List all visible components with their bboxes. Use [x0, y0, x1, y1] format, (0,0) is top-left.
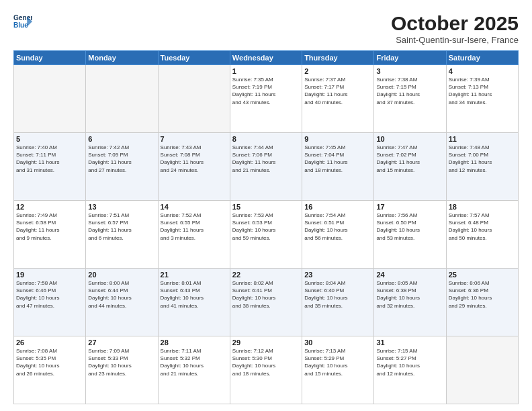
day-info: Sunrise: 8:02 AM Sunset: 6:41 PM Dayligh…	[232, 279, 300, 310]
day-info: Sunrise: 7:52 AM Sunset: 6:55 PM Dayligh…	[161, 212, 228, 242]
day-number: 11	[449, 135, 516, 143]
day-number: 12	[16, 203, 83, 211]
day-number: 17	[376, 203, 443, 211]
calendar-cell: 22Sunrise: 8:02 AM Sunset: 6:41 PM Dayli…	[230, 269, 302, 336]
day-info: Sunrise: 8:00 AM Sunset: 6:44 PM Dayligh…	[88, 279, 155, 310]
header-row: SundayMondayTuesdayWednesdayThursdayFrid…	[14, 51, 519, 65]
calendar-cell: 25Sunrise: 8:06 AM Sunset: 6:36 PM Dayli…	[446, 269, 518, 336]
calendar-cell: 4Sunrise: 7:39 AM Sunset: 7:13 PM Daylig…	[446, 65, 518, 133]
day-info: Sunrise: 7:44 AM Sunset: 7:06 PM Dayligh…	[232, 144, 300, 174]
day-number: 19	[16, 271, 83, 279]
col-header-wednesday: Wednesday	[230, 51, 302, 65]
calendar-cell: 3Sunrise: 7:38 AM Sunset: 7:15 PM Daylig…	[374, 65, 446, 133]
calendar-cell: 28Sunrise: 7:11 AM Sunset: 5:32 PM Dayli…	[158, 336, 230, 404]
day-number: 2	[304, 67, 371, 75]
day-info: Sunrise: 7:43 AM Sunset: 7:08 PM Dayligh…	[161, 144, 228, 174]
col-header-thursday: Thursday	[302, 51, 374, 65]
calendar-cell: 18Sunrise: 7:57 AM Sunset: 6:48 PM Dayli…	[446, 201, 518, 269]
calendar-cell: 16Sunrise: 7:54 AM Sunset: 6:51 PM Dayli…	[302, 201, 374, 269]
calendar-cell: 31Sunrise: 7:15 AM Sunset: 5:27 PM Dayli…	[374, 336, 446, 404]
calendar-cell: 11Sunrise: 7:48 AM Sunset: 7:00 PM Dayli…	[446, 133, 518, 201]
col-header-saturday: Saturday	[446, 51, 518, 65]
day-info: Sunrise: 7:53 AM Sunset: 6:53 PM Dayligh…	[232, 212, 300, 242]
day-info: Sunrise: 7:15 AM Sunset: 5:27 PM Dayligh…	[376, 347, 443, 377]
week-row-0: 1Sunrise: 7:35 AM Sunset: 7:19 PM Daylig…	[14, 65, 519, 133]
day-info: Sunrise: 7:11 AM Sunset: 5:32 PM Dayligh…	[161, 347, 228, 377]
day-info: Sunrise: 8:01 AM Sunset: 6:43 PM Dayligh…	[161, 279, 228, 310]
calendar-cell: 10Sunrise: 7:47 AM Sunset: 7:02 PM Dayli…	[374, 133, 446, 201]
col-header-friday: Friday	[374, 51, 446, 65]
day-info: Sunrise: 7:39 AM Sunset: 7:13 PM Dayligh…	[449, 76, 516, 106]
calendar-cell: 27Sunrise: 7:09 AM Sunset: 5:33 PM Dayli…	[86, 336, 158, 404]
day-number: 1	[232, 67, 300, 75]
col-header-sunday: Sunday	[14, 51, 86, 65]
calendar-cell: 6Sunrise: 7:42 AM Sunset: 7:09 PM Daylig…	[86, 133, 158, 201]
day-info: Sunrise: 7:57 AM Sunset: 6:48 PM Dayligh…	[449, 212, 516, 242]
day-number: 8	[232, 135, 300, 143]
col-header-monday: Monday	[86, 51, 158, 65]
calendar-cell: 17Sunrise: 7:56 AM Sunset: 6:50 PM Dayli…	[374, 201, 446, 269]
day-info: Sunrise: 7:54 AM Sunset: 6:51 PM Dayligh…	[304, 212, 371, 242]
calendar-cell: 1Sunrise: 7:35 AM Sunset: 7:19 PM Daylig…	[230, 65, 302, 133]
day-number: 29	[232, 338, 300, 347]
day-number: 7	[161, 135, 228, 143]
day-number: 24	[376, 271, 443, 279]
day-number: 22	[232, 271, 300, 279]
day-number: 23	[304, 271, 371, 279]
day-info: Sunrise: 7:58 AM Sunset: 6:46 PM Dayligh…	[16, 279, 83, 310]
calendar-cell: 12Sunrise: 7:49 AM Sunset: 6:58 PM Dayli…	[14, 201, 86, 269]
calendar-cell: 23Sunrise: 8:04 AM Sunset: 6:40 PM Dayli…	[302, 269, 374, 336]
svg-text:Blue: Blue	[13, 21, 28, 29]
week-row-1: 5Sunrise: 7:40 AM Sunset: 7:11 PM Daylig…	[14, 133, 519, 201]
day-number: 31	[376, 338, 443, 347]
day-number: 14	[161, 203, 228, 211]
day-number: 16	[304, 203, 371, 211]
calendar-cell: 13Sunrise: 7:51 AM Sunset: 6:57 PM Dayli…	[86, 201, 158, 269]
calendar-cell	[14, 65, 86, 133]
calendar-cell	[158, 65, 230, 133]
page: General Blue October 2025 Saint-Quentin-…	[0, 0, 532, 411]
day-number: 30	[304, 338, 371, 347]
day-info: Sunrise: 7:48 AM Sunset: 7:00 PM Dayligh…	[449, 144, 516, 174]
calendar-cell: 24Sunrise: 8:05 AM Sunset: 6:38 PM Dayli…	[374, 269, 446, 336]
day-info: Sunrise: 7:08 AM Sunset: 5:35 PM Dayligh…	[16, 347, 83, 377]
day-info: Sunrise: 7:56 AM Sunset: 6:50 PM Dayligh…	[376, 212, 443, 242]
day-number: 20	[88, 271, 155, 279]
day-number: 6	[88, 135, 155, 143]
header: General Blue October 2025 Saint-Quentin-…	[13, 12, 519, 45]
day-number: 3	[376, 67, 443, 75]
calendar-cell: 29Sunrise: 7:12 AM Sunset: 5:30 PM Dayli…	[230, 336, 302, 404]
day-number: 13	[88, 203, 155, 211]
calendar-cell: 20Sunrise: 8:00 AM Sunset: 6:44 PM Dayli…	[86, 269, 158, 336]
calendar-cell: 30Sunrise: 7:13 AM Sunset: 5:29 PM Dayli…	[302, 336, 374, 404]
day-number: 10	[376, 135, 443, 143]
day-number: 18	[449, 203, 516, 211]
day-number: 25	[449, 271, 516, 279]
calendar-cell: 2Sunrise: 7:37 AM Sunset: 7:17 PM Daylig…	[302, 65, 374, 133]
month-title: October 2025	[391, 12, 519, 35]
title-block: October 2025 Saint-Quentin-sur-Isere, Fr…	[391, 12, 519, 45]
day-info: Sunrise: 7:49 AM Sunset: 6:58 PM Dayligh…	[16, 212, 83, 242]
day-info: Sunrise: 7:40 AM Sunset: 7:11 PM Dayligh…	[16, 144, 83, 174]
calendar-cell: 26Sunrise: 7:08 AM Sunset: 5:35 PM Dayli…	[14, 336, 86, 404]
calendar-cell: 14Sunrise: 7:52 AM Sunset: 6:55 PM Dayli…	[158, 201, 230, 269]
day-info: Sunrise: 7:12 AM Sunset: 5:30 PM Dayligh…	[232, 347, 300, 377]
day-info: Sunrise: 8:05 AM Sunset: 6:38 PM Dayligh…	[376, 279, 443, 310]
day-number: 5	[16, 135, 83, 143]
day-info: Sunrise: 8:06 AM Sunset: 6:36 PM Dayligh…	[449, 279, 516, 310]
logo: General Blue	[13, 12, 32, 31]
calendar-cell	[86, 65, 158, 133]
day-number: 21	[161, 271, 228, 279]
calendar-cell	[446, 336, 518, 404]
day-info: Sunrise: 7:38 AM Sunset: 7:15 PM Dayligh…	[376, 76, 443, 106]
calendar-cell: 19Sunrise: 7:58 AM Sunset: 6:46 PM Dayli…	[14, 269, 86, 336]
day-number: 28	[161, 338, 228, 347]
calendar-cell: 8Sunrise: 7:44 AM Sunset: 7:06 PM Daylig…	[230, 133, 302, 201]
col-header-tuesday: Tuesday	[158, 51, 230, 65]
day-info: Sunrise: 7:45 AM Sunset: 7:04 PM Dayligh…	[304, 144, 371, 174]
day-number: 4	[449, 67, 516, 75]
week-row-3: 19Sunrise: 7:58 AM Sunset: 6:46 PM Dayli…	[14, 269, 519, 336]
day-info: Sunrise: 7:51 AM Sunset: 6:57 PM Dayligh…	[88, 212, 155, 242]
day-info: Sunrise: 7:47 AM Sunset: 7:02 PM Dayligh…	[376, 144, 443, 174]
day-info: Sunrise: 7:42 AM Sunset: 7:09 PM Dayligh…	[88, 144, 155, 174]
